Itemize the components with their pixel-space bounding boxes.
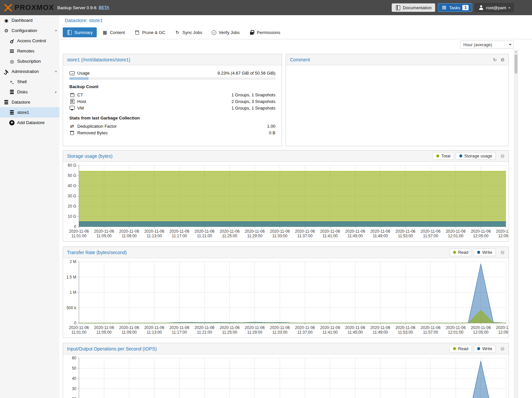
sidebar-item-remotes[interactable]: Remotes bbox=[0, 46, 59, 56]
database-icon bbox=[4, 100, 9, 105]
svg-text:0: 0 bbox=[74, 224, 76, 229]
tabbar-separator bbox=[59, 39, 532, 39]
disks-icon bbox=[9, 89, 15, 95]
sync-icon: ↻ bbox=[175, 30, 180, 35]
badge-icon: ◎ bbox=[9, 59, 15, 64]
documentation-button[interactable]: Documentation bbox=[392, 3, 435, 12]
legend-label: Read bbox=[458, 346, 468, 351]
usage-progress-bar bbox=[69, 77, 275, 80]
legend-total[interactable]: Total bbox=[433, 152, 454, 160]
svg-text:2020-11-06: 2020-11-06 bbox=[471, 325, 491, 330]
svg-text:60: 60 bbox=[72, 356, 77, 360]
building-icon bbox=[69, 99, 75, 104]
panel-title: store1 (/mnt/datastores/store1) bbox=[67, 57, 130, 62]
legend-write[interactable]: Write bbox=[474, 345, 496, 352]
tab-label: Prune & GC bbox=[142, 30, 165, 35]
tab-content[interactable]: ▦ Content bbox=[98, 27, 129, 37]
product-version: Backup Server 0.9-6 bbox=[57, 5, 96, 10]
legend-label: Write bbox=[482, 250, 492, 255]
ct-row: CT 1 Groups, 1 Snapshots bbox=[69, 91, 275, 98]
svg-text:1 M: 1 M bbox=[70, 290, 76, 295]
tab-permissions[interactable]: Permissions bbox=[245, 27, 284, 37]
svg-text:11:49:00: 11:49:00 bbox=[373, 234, 388, 238]
topbar: PROXMOX Backup Server 0.9-6 BETA Documen… bbox=[0, 0, 532, 15]
plus-circle-icon bbox=[9, 120, 15, 125]
svg-text:2020-11-06: 2020-11-06 bbox=[295, 229, 315, 234]
refresh-icon[interactable]: ↻ bbox=[493, 57, 497, 62]
svg-text:12:05:00: 12:05:00 bbox=[473, 234, 489, 238]
topbar-actions: Documentation Tasks 1 root@pam ▾ bbox=[392, 3, 514, 12]
scrollbar-thumb[interactable] bbox=[514, 54, 517, 74]
vertical-scrollbar[interactable]: ▲ bbox=[514, 50, 518, 398]
collapse-icon[interactable]: ⊖ bbox=[500, 249, 505, 255]
collapse-icon[interactable]: ⊖ bbox=[500, 346, 505, 352]
sidebar-item-configuration[interactable]: ⚙ Configuration ▾ bbox=[0, 25, 59, 36]
collapse-icon[interactable]: ⊖ bbox=[500, 153, 505, 159]
user-icon bbox=[479, 5, 484, 10]
panel-title: Storage usage (bytes) bbox=[67, 153, 113, 159]
legend-read[interactable]: Read bbox=[449, 249, 472, 256]
panel-header: Input/Output Operations per Second (IOPS… bbox=[63, 343, 509, 354]
legend-write[interactable]: Write bbox=[474, 249, 496, 256]
sidebar-item-dashboard[interactable]: ◉ Dashboard bbox=[0, 15, 59, 25]
sidebar-item-shell[interactable]: >_ Shell bbox=[0, 77, 59, 87]
tab-prune-gc[interactable]: Prune & GC bbox=[130, 27, 169, 37]
user-menu-button[interactable]: root@pam ▾ bbox=[475, 3, 514, 12]
sidebar-item-add-datastore[interactable]: Add Datastore bbox=[0, 117, 59, 128]
svg-text:2020-11-06: 2020-11-06 bbox=[320, 229, 340, 234]
nav-label: Datastore bbox=[12, 100, 30, 105]
comment-body[interactable] bbox=[286, 65, 509, 74]
svg-text:30 G: 30 G bbox=[68, 194, 76, 198]
tab-summary[interactable]: Summary bbox=[63, 27, 97, 37]
sidebar-item-subscription[interactable]: ◎ Subscription bbox=[0, 56, 59, 66]
svg-text:11:13:00: 11:13:00 bbox=[147, 330, 162, 335]
svg-text:2020-11-06: 2020-11-06 bbox=[471, 229, 491, 234]
scroll-up-arrow-icon[interactable]: ▲ bbox=[514, 50, 518, 53]
sidebar-item-access-control[interactable]: Access Control bbox=[0, 36, 59, 46]
usage-value: 9.23% (4.67 GiB of 50.56 GiB) bbox=[217, 71, 275, 76]
legend-dot bbox=[459, 154, 462, 157]
svg-text:10 G: 10 G bbox=[68, 214, 76, 219]
svg-text:30: 30 bbox=[72, 386, 77, 391]
panel-title: Transfer Rate (bytes/second) bbox=[67, 250, 127, 255]
timeframe-select[interactable]: Hour (average) bbox=[460, 41, 514, 49]
svg-text:2020-11-06: 2020-11-06 bbox=[345, 229, 365, 234]
expander-icon[interactable]: ▾ bbox=[55, 29, 57, 32]
nav-label: Remotes bbox=[17, 49, 34, 53]
chart-legend: Read Write ⊖ bbox=[449, 345, 505, 352]
database-icon bbox=[9, 110, 15, 115]
svg-text:2020-11-06: 2020-11-06 bbox=[446, 325, 466, 330]
sidebar-item-datastore[interactable]: Datastore bbox=[0, 97, 59, 107]
storage-usage-chart: 010 G20 G30 G40 G50 G60 G2020-11-0611:01… bbox=[63, 162, 509, 241]
svg-text:11:37:00: 11:37:00 bbox=[298, 234, 313, 238]
legend-read[interactable]: Read bbox=[449, 345, 472, 352]
book-icon bbox=[395, 5, 401, 10]
legend-label: Read bbox=[458, 250, 468, 255]
tasks-count-badge: 1 bbox=[462, 5, 469, 10]
beta-link[interactable]: BETA bbox=[99, 5, 109, 10]
legend-label: Write bbox=[482, 346, 492, 351]
chevron-down-icon[interactable] bbox=[507, 41, 514, 48]
legend-storage-usage[interactable]: Storage usage bbox=[456, 152, 496, 160]
sidebar-item-store1[interactable]: store1 bbox=[0, 107, 59, 117]
row-label: Deduplication Factor bbox=[77, 124, 117, 129]
sidebar-item-administration[interactable]: Administration ▾ bbox=[0, 66, 59, 77]
tasks-button[interactable]: Tasks 1 bbox=[438, 3, 472, 12]
svg-text:2020-11-06: 2020-11-06 bbox=[94, 229, 114, 234]
svg-text:2020-11-06: 2020-11-06 bbox=[144, 325, 164, 330]
tab-verify-jobs[interactable]: ✓ Verify Jobs bbox=[208, 27, 244, 37]
expander-icon[interactable]: ▾ bbox=[55, 70, 57, 73]
tab-sync-jobs[interactable]: ↻ Sync Jobs bbox=[171, 27, 206, 37]
svg-text:2020-11-06: 2020-11-06 bbox=[370, 325, 390, 330]
tasks-label: Tasks bbox=[449, 5, 460, 10]
svg-text:2020-11-06: 2020-11-06 bbox=[396, 229, 416, 234]
sidebar-item-disks[interactable]: Disks ▸ bbox=[0, 87, 59, 97]
svg-text:2 M: 2 M bbox=[70, 259, 76, 264]
svg-text:60 G: 60 G bbox=[68, 163, 76, 168]
gears-icon: ⚙ bbox=[4, 28, 9, 33]
nav-label: Disks bbox=[17, 89, 28, 94]
gear-icon[interactable]: ⚙ bbox=[500, 57, 505, 62]
tab-label: Content bbox=[110, 30, 125, 35]
svg-text:11:45:00: 11:45:00 bbox=[348, 234, 363, 238]
svg-text:50: 50 bbox=[72, 366, 77, 371]
